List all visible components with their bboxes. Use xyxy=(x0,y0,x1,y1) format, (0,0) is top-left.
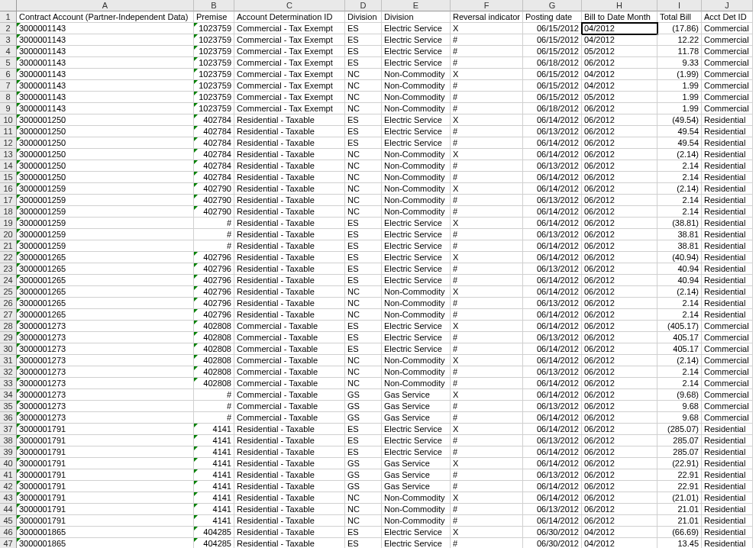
cell-F21[interactable]: # xyxy=(451,240,523,252)
cell-I37[interactable]: (285.07) xyxy=(657,424,702,435)
cell-J37[interactable]: Residential xyxy=(702,424,753,435)
row-header-12[interactable]: 12 xyxy=(0,137,17,149)
cell-J10[interactable]: Residential xyxy=(702,114,753,126)
cell-B45[interactable]: 4141 xyxy=(194,515,234,527)
cell-B2[interactable]: 1023759 xyxy=(194,23,234,34)
cell-C36[interactable]: Commercial - Taxable xyxy=(234,412,345,424)
cell-G21[interactable]: 06/14/2012 xyxy=(523,240,582,252)
cell-J32[interactable]: Commercial xyxy=(702,366,753,378)
cell-I34[interactable]: (9.68) xyxy=(657,389,702,401)
cell-A18[interactable]: 3000001259 xyxy=(17,206,194,218)
cell-B20[interactable]: # xyxy=(194,229,234,240)
cell-H10[interactable]: 06/2012 xyxy=(582,114,657,126)
cell-I46[interactable]: (66.69) xyxy=(657,527,702,538)
cell-E24[interactable]: Electric Service xyxy=(382,275,451,286)
cell-F29[interactable]: # xyxy=(451,332,523,343)
row-header-21[interactable]: 21 xyxy=(0,240,17,252)
cell-B37[interactable]: 4141 xyxy=(194,424,234,435)
cell-E41[interactable]: Gas Service xyxy=(382,469,451,481)
cell-B30[interactable]: 402808 xyxy=(194,343,234,355)
cell-C19[interactable]: Residential - Taxable xyxy=(234,218,345,229)
cell-D42[interactable]: GS xyxy=(345,481,382,492)
cell-J38[interactable]: Residential xyxy=(702,435,753,446)
cell-H19[interactable]: 06/2012 xyxy=(582,218,657,229)
column-header-G[interactable]: G xyxy=(523,0,582,11)
cell-C34[interactable]: Commercial - Taxable xyxy=(234,389,345,401)
cell-C15[interactable]: Residential - Taxable xyxy=(234,172,345,183)
cell-D5[interactable]: ES xyxy=(345,57,382,69)
cell-I3[interactable]: 12.22 xyxy=(657,34,702,46)
cell-E18[interactable]: Non-Commodity xyxy=(382,206,451,218)
cell-A15[interactable]: 3000001250 xyxy=(17,172,194,183)
cell-C16[interactable]: Residential - Taxable xyxy=(234,183,345,195)
cell-J7[interactable]: Commercial xyxy=(702,80,753,92)
cell-J17[interactable]: Residential xyxy=(702,195,753,206)
cell-G19[interactable]: 06/14/2012 xyxy=(523,218,582,229)
cell-H25[interactable]: 06/2012 xyxy=(582,286,657,298)
cell-I39[interactable]: 285.07 xyxy=(657,446,702,458)
cell-G23[interactable]: 06/13/2012 xyxy=(523,263,582,275)
cell-B4[interactable]: 1023759 xyxy=(194,46,234,57)
cell-D21[interactable]: ES xyxy=(345,240,382,252)
cell-I28[interactable]: (405.17) xyxy=(657,321,702,332)
cell-I45[interactable]: 21.01 xyxy=(657,515,702,527)
cell-G44[interactable]: 06/13/2012 xyxy=(523,504,582,515)
cell-D7[interactable]: NC xyxy=(345,80,382,92)
cell-F45[interactable]: # xyxy=(451,515,523,527)
cell-D17[interactable]: NC xyxy=(345,195,382,206)
cell-C45[interactable]: Residential - Taxable xyxy=(234,515,345,527)
cell-J29[interactable]: Commercial xyxy=(702,332,753,343)
header-cell-A[interactable]: Contract Account (Partner-Independent Da… xyxy=(17,11,194,23)
cell-B15[interactable]: 402784 xyxy=(194,172,234,183)
cell-J43[interactable]: Residential xyxy=(702,492,753,504)
cell-J22[interactable]: Residential xyxy=(702,252,753,263)
cell-G10[interactable]: 06/14/2012 xyxy=(523,114,582,126)
cell-E33[interactable]: Non-Commodity xyxy=(382,378,451,389)
cell-C41[interactable]: Residential - Taxable xyxy=(234,469,345,481)
cell-F38[interactable]: # xyxy=(451,435,523,446)
cell-I4[interactable]: 11.78 xyxy=(657,46,702,57)
cell-I26[interactable]: 2.14 xyxy=(657,298,702,309)
cell-D43[interactable]: NC xyxy=(345,492,382,504)
cell-H29[interactable]: 06/2012 xyxy=(582,332,657,343)
cell-C40[interactable]: Residential - Taxable xyxy=(234,458,345,469)
cell-H23[interactable]: 06/2012 xyxy=(582,263,657,275)
cell-C4[interactable]: Commercial - Tax Exempt xyxy=(234,46,345,57)
cell-E46[interactable]: Electric Service xyxy=(382,527,451,538)
cell-D27[interactable]: NC xyxy=(345,309,382,321)
cell-G29[interactable]: 06/13/2012 xyxy=(523,332,582,343)
cell-A9[interactable]: 3000001143 xyxy=(17,103,194,114)
cell-B9[interactable]: 1023759 xyxy=(194,103,234,114)
cell-D24[interactable]: ES xyxy=(345,275,382,286)
cell-G2[interactable]: 06/15/2012 xyxy=(523,23,582,34)
cell-J15[interactable]: Residential xyxy=(702,172,753,183)
cell-C8[interactable]: Commercial - Tax Exempt xyxy=(234,92,345,103)
cell-B29[interactable]: 402808 xyxy=(194,332,234,343)
cell-J6[interactable]: Commercial xyxy=(702,69,753,80)
cell-I15[interactable]: 2.14 xyxy=(657,172,702,183)
cell-F28[interactable]: X xyxy=(451,321,523,332)
cell-I20[interactable]: 38.81 xyxy=(657,229,702,240)
cell-D12[interactable]: ES xyxy=(345,137,382,149)
cell-F32[interactable]: # xyxy=(451,366,523,378)
cell-H44[interactable]: 06/2012 xyxy=(582,504,657,515)
cell-A37[interactable]: 3000001791 xyxy=(17,424,194,435)
row-header-39[interactable]: 39 xyxy=(0,446,17,458)
cell-G41[interactable]: 06/13/2012 xyxy=(523,469,582,481)
cell-B42[interactable]: 4141 xyxy=(194,481,234,492)
cell-E31[interactable]: Non-Commodity xyxy=(382,355,451,366)
cell-F11[interactable]: # xyxy=(451,126,523,137)
cell-B17[interactable]: 402790 xyxy=(194,195,234,206)
row-header-3[interactable]: 3 xyxy=(0,34,17,46)
cell-F27[interactable]: # xyxy=(451,309,523,321)
cell-I24[interactable]: 40.94 xyxy=(657,275,702,286)
cell-B47[interactable]: 404285 xyxy=(194,538,234,548)
cell-H35[interactable]: 06/2012 xyxy=(582,401,657,412)
cell-J41[interactable]: Residential xyxy=(702,469,753,481)
cell-J19[interactable]: Residential xyxy=(702,218,753,229)
cell-C24[interactable]: Residential - Taxable xyxy=(234,275,345,286)
row-header-1[interactable]: 1 xyxy=(0,11,17,23)
cell-G4[interactable]: 06/15/2012 xyxy=(523,46,582,57)
cell-E30[interactable]: Electric Service xyxy=(382,343,451,355)
row-header-40[interactable]: 40 xyxy=(0,458,17,469)
